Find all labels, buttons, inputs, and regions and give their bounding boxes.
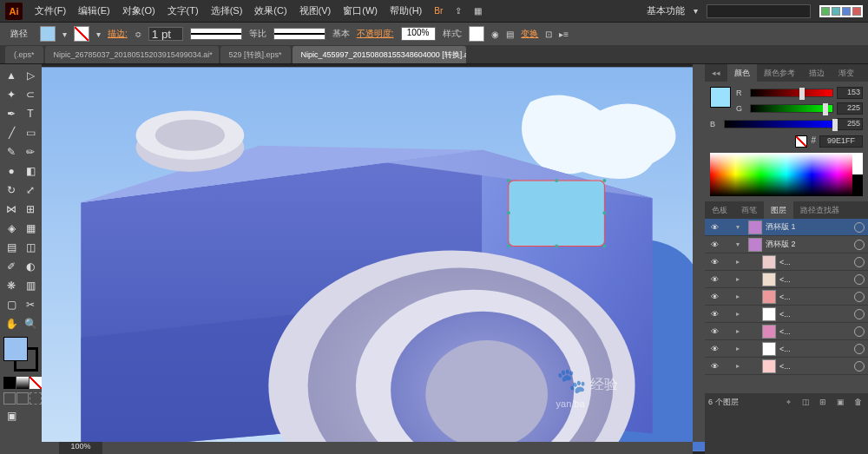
- style-swatch[interactable]: [469, 26, 484, 42]
- dropdown-icon[interactable]: ▾: [96, 30, 101, 39]
- visibility-toggle-icon[interactable]: 👁: [708, 273, 720, 286]
- width-tool[interactable]: ⋈: [2, 200, 21, 219]
- layer-name[interactable]: 酒杯版 2: [766, 239, 851, 250]
- stroke-width-input[interactable]: [148, 27, 183, 41]
- expand-icon[interactable]: ▸: [736, 327, 745, 335]
- dropdown-icon[interactable]: ▾: [694, 6, 698, 16]
- rotate-tool[interactable]: ↻: [2, 181, 21, 200]
- hex-input[interactable]: 99E1FF: [819, 135, 863, 148]
- menu-help[interactable]: 帮助(H): [390, 4, 422, 17]
- collapsed-panel[interactable]: [705, 411, 868, 454]
- visibility-toggle-icon[interactable]: 👁: [708, 343, 720, 355]
- tab-brushes[interactable]: 画笔: [734, 201, 764, 219]
- eraser-tool[interactable]: ◧: [21, 161, 40, 181]
- layer-name[interactable]: <...: [779, 293, 851, 301]
- tab-layers[interactable]: 图层: [764, 201, 793, 219]
- shape-builder-tool[interactable]: ◈: [2, 219, 21, 238]
- rectangle-tool[interactable]: ▭: [21, 123, 40, 142]
- zoom-tool[interactable]: 🔍: [21, 314, 40, 333]
- menu-effect[interactable]: 效果(C): [254, 4, 286, 17]
- expand-icon[interactable]: ▾: [736, 223, 745, 231]
- isolate-icon[interactable]: ⊡: [545, 30, 552, 39]
- target-icon[interactable]: [854, 240, 865, 250]
- tab-color[interactable]: 颜色: [727, 64, 757, 82]
- doc-tab[interactable]: (.eps*: [5, 46, 43, 63]
- menu-object[interactable]: 对象(O): [122, 4, 155, 17]
- visibility-toggle-icon[interactable]: 👁: [708, 291, 720, 303]
- tab-gradient[interactable]: 渐变: [832, 64, 861, 82]
- fill-swatch[interactable]: [40, 26, 56, 42]
- options-more-icon[interactable]: ▸≡: [559, 30, 569, 39]
- menu-view[interactable]: 视图(V): [299, 4, 332, 17]
- vertical-scrollbar[interactable]: [693, 64, 705, 442]
- direct-selection-tool[interactable]: ▷: [21, 66, 40, 85]
- target-icon[interactable]: [854, 222, 865, 233]
- g-slider[interactable]: [750, 104, 833, 113]
- blob-brush-tool[interactable]: ●: [2, 161, 21, 181]
- brush-preview[interactable]: [273, 28, 326, 40]
- expand-icon[interactable]: ▸: [736, 310, 745, 318]
- visibility-toggle-icon[interactable]: 👁: [708, 308, 720, 320]
- b-slider[interactable]: [724, 120, 833, 128]
- menu-type[interactable]: 文字(T): [168, 4, 199, 17]
- bridge-icon[interactable]: Br: [434, 6, 443, 16]
- opacity-link[interactable]: 不透明度:: [357, 28, 394, 40]
- slice-tool[interactable]: ✂: [21, 295, 40, 314]
- transform-link[interactable]: 变换: [521, 28, 538, 40]
- fill-stroke-control[interactable]: [3, 337, 38, 372]
- none-swatch-icon[interactable]: [795, 135, 807, 148]
- b-value[interactable]: 255: [837, 118, 863, 130]
- screen-mode-icon[interactable]: ▣: [2, 406, 21, 425]
- make-clipping-mask-icon[interactable]: ◫: [799, 395, 812, 409]
- doc-tab[interactable]: Nipic_26785037_20180515203915499034.ai*: [45, 46, 219, 63]
- type-tool[interactable]: T: [21, 104, 40, 123]
- color-spectrum[interactable]: [710, 153, 863, 196]
- perspective-tool[interactable]: ▦: [21, 219, 40, 238]
- visibility-toggle-icon[interactable]: 👁: [708, 360, 720, 372]
- fill-color-icon[interactable]: [3, 337, 28, 361]
- locate-object-icon[interactable]: ⌖: [781, 395, 795, 409]
- align-icon[interactable]: ▤: [506, 30, 514, 39]
- hand-tool[interactable]: ✋: [2, 314, 21, 333]
- layer-name[interactable]: <...: [779, 258, 851, 266]
- arrange-documents[interactable]: [819, 5, 863, 17]
- expand-icon[interactable]: ▾: [736, 240, 745, 248]
- layer-row[interactable]: 👁▸<...: [705, 306, 868, 323]
- layer-name[interactable]: <...: [779, 327, 851, 336]
- layer-name[interactable]: 酒杯版 1: [766, 221, 851, 233]
- draw-behind-icon[interactable]: [16, 392, 29, 405]
- opacity-input[interactable]: 100%: [401, 27, 436, 41]
- expand-icon[interactable]: ▸: [736, 293, 745, 300]
- g-value[interactable]: 225: [837, 102, 863, 115]
- new-layer-icon[interactable]: ▣: [833, 395, 847, 409]
- gradient-tool[interactable]: ◫: [21, 238, 40, 257]
- lasso-tool[interactable]: ⊂: [21, 85, 40, 104]
- pencil-tool[interactable]: ✏: [21, 142, 40, 161]
- panel-collapse-icon[interactable]: ◂◂: [705, 64, 727, 82]
- stepper-icon[interactable]: ≎: [135, 30, 141, 39]
- visibility-toggle-icon[interactable]: 👁: [708, 256, 720, 268]
- expand-icon[interactable]: ▸: [736, 258, 745, 266]
- layer-row[interactable]: 👁▸<...: [705, 323, 868, 340]
- zoom-level[interactable]: 100%: [59, 442, 102, 454]
- target-icon[interactable]: [854, 344, 865, 354]
- layer-row[interactable]: 👁▸<...: [705, 358, 868, 375]
- tab-pathfinder[interactable]: 路径查找器: [793, 201, 846, 219]
- draw-normal-icon[interactable]: [3, 392, 16, 405]
- dropdown-icon[interactable]: ▾: [62, 30, 67, 39]
- expand-icon[interactable]: ▸: [736, 362, 745, 370]
- menu-file[interactable]: 文件(F): [35, 4, 66, 17]
- new-sublayer-icon[interactable]: ⊞: [816, 395, 830, 409]
- layer-row[interactable]: 👁▾酒杯版 2: [705, 236, 868, 253]
- layer-name[interactable]: <...: [779, 362, 851, 371]
- tab-swatches[interactable]: 色板: [705, 201, 734, 219]
- layer-name[interactable]: <...: [779, 345, 851, 353]
- draw-inside-icon[interactable]: [30, 392, 42, 405]
- target-icon[interactable]: [854, 309, 865, 319]
- mesh-tool[interactable]: ▤: [2, 238, 21, 257]
- layer-name[interactable]: <...: [779, 310, 851, 319]
- stroke-profile[interactable]: [190, 28, 242, 40]
- none-mode-icon[interactable]: [30, 377, 42, 389]
- horizontal-scrollbar[interactable]: 100%: [42, 442, 693, 454]
- blend-tool[interactable]: ◐: [21, 257, 40, 276]
